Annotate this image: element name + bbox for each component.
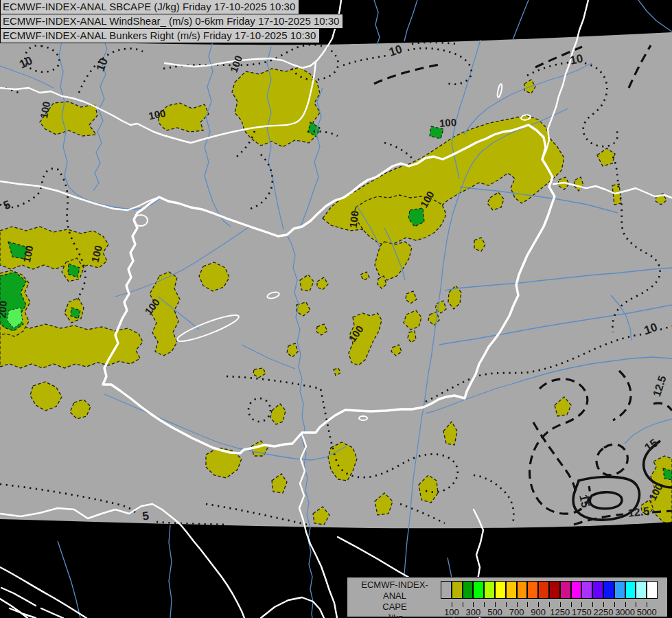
contour-label: 100 xyxy=(347,210,361,229)
contour-label: 100 xyxy=(439,116,456,129)
legend-cell xyxy=(441,581,452,599)
title-sbcape: ECMWF-INDEX-ANAL SBCAPE (J/kg) Friday 17… xyxy=(0,0,299,14)
legend-tick xyxy=(560,602,561,607)
legend-cell xyxy=(603,581,614,599)
legend-cell xyxy=(452,581,463,599)
river xyxy=(169,525,172,618)
river xyxy=(374,0,380,45)
coastline xyxy=(0,599,27,618)
legend-tick-label: 3000 xyxy=(615,607,635,617)
legend-tick xyxy=(538,602,539,607)
river xyxy=(404,0,417,41)
legend-cell xyxy=(625,581,636,599)
legend-cell xyxy=(473,581,484,599)
legend-cell xyxy=(506,581,517,599)
legend-tick xyxy=(571,602,572,607)
legend-tick-label: 100 xyxy=(444,607,459,617)
legend-tick-label: 1750 xyxy=(572,607,592,617)
contour-label: 200 xyxy=(0,300,9,318)
legend-cell xyxy=(484,581,495,599)
legend-tick-label: 2250 xyxy=(594,607,614,617)
contour-label: 15 xyxy=(577,494,592,509)
river xyxy=(513,0,529,40)
legend-subtitle: CAPE xyxy=(353,602,437,613)
river xyxy=(638,0,672,32)
legend-tick-label: 5000 xyxy=(637,607,657,617)
title-block: ECMWF-INDEX-ANAL SBCAPE (J/kg) Friday 17… xyxy=(0,0,343,43)
legend-cell xyxy=(571,581,582,599)
contour-label: 12.5 xyxy=(627,505,650,518)
legend-tick xyxy=(549,602,550,607)
legend-tick xyxy=(614,602,615,607)
legend-tick xyxy=(463,602,463,607)
legend-tick-label: 1250 xyxy=(550,607,570,617)
title-windshear: ECMWF-INDEX-ANAL WindShear_ (m/s) 0-6km … xyxy=(0,14,343,29)
legend-tick xyxy=(517,602,518,607)
legend-cell xyxy=(538,581,549,599)
weather-map-screenshot: 1010100100100100100100101010010010020055… xyxy=(0,0,672,618)
legend-tick xyxy=(506,602,507,607)
legend-tick-label: 500 xyxy=(487,607,502,617)
legend-units: J/kg xyxy=(353,613,437,618)
legend-tick xyxy=(581,602,582,607)
legend-tick-label: 700 xyxy=(509,607,524,617)
legend-text: ECMWF-INDEX-ANAL CAPE J/kg xyxy=(353,580,437,618)
legend-tick xyxy=(625,602,626,607)
legend-tick xyxy=(527,602,528,607)
legend-cell xyxy=(636,581,647,599)
legend-tick xyxy=(495,602,496,607)
legend-cell xyxy=(614,581,625,599)
legend-cell xyxy=(560,581,571,599)
legend-cell xyxy=(517,581,528,599)
legend-cell xyxy=(581,581,592,599)
legend-tick xyxy=(592,602,593,607)
country-border xyxy=(261,597,324,618)
legend-tick xyxy=(603,602,604,607)
legend-title: ECMWF-INDEX-ANAL xyxy=(353,580,437,602)
weather-map: 1010100100100100100100101010010010020055… xyxy=(0,0,672,618)
legend-cell xyxy=(463,581,474,599)
legend-cell xyxy=(495,581,506,599)
legend-cell xyxy=(592,581,603,599)
legend-tick xyxy=(452,602,452,607)
legend-cell xyxy=(647,581,658,599)
legend-tick xyxy=(484,602,485,607)
legend-cell xyxy=(549,581,560,599)
coastline xyxy=(41,608,63,618)
legend-tick xyxy=(647,602,647,607)
cape-legend: ECMWF-INDEX-ANAL CAPE J/kg 1003005007009… xyxy=(347,577,668,617)
legend-tick xyxy=(636,602,636,607)
title-bunkers: ECMWF-INDEX-ANAL Bunkers Right (m/s) Fri… xyxy=(0,28,320,43)
legend-cell xyxy=(527,581,538,599)
legend-tick-label: 300 xyxy=(466,607,481,617)
legend-tick-label: 900 xyxy=(531,607,546,617)
contour-label: 10 xyxy=(569,52,584,67)
legend-tick xyxy=(473,602,474,607)
